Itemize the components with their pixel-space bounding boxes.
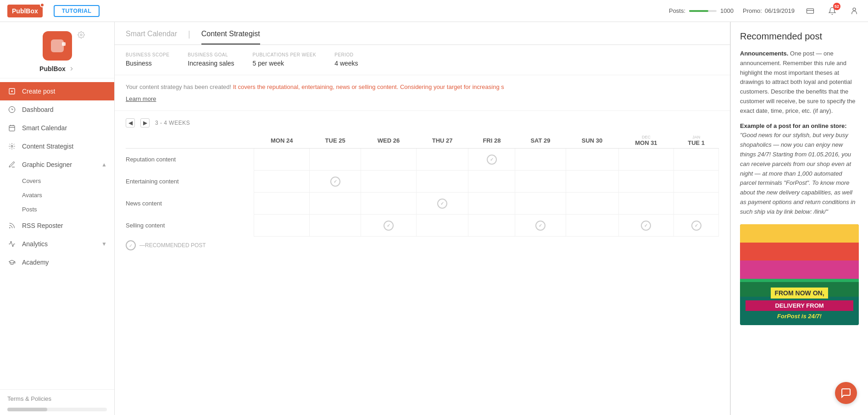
col-header-mon24: MON 24	[254, 133, 310, 149]
cell	[254, 193, 310, 215]
topbar: PublBox TUTORIAL Posts: 1000 Promo: 06/1…	[0, 0, 868, 22]
posts-label: Posts:	[669, 7, 685, 14]
recommended-post-icon[interactable]: ✓	[126, 240, 136, 250]
sidebar-item-label: Academy	[22, 259, 107, 266]
content-strategist-icon	[7, 142, 17, 151]
recommended-post-label: —RECOMMENDED POST	[139, 242, 206, 249]
col-header-fri28: FRI 28	[468, 133, 515, 149]
row-label-reputation: Reputation content	[126, 149, 254, 171]
user-icon[interactable]	[848, 5, 861, 17]
main-content: Smart Calendar | Content Strategist BUSI…	[115, 22, 868, 415]
card-icon[interactable]	[804, 5, 817, 17]
topbar-right: Posts: 1000 Promo: 06/19/2019 52	[669, 5, 861, 17]
tab-content-strategist[interactable]: Content Strategist	[201, 30, 260, 44]
sidebar-item-label: Analytics	[22, 240, 96, 248]
settings-icon[interactable]	[78, 31, 85, 40]
table-row: Selling content ✓ ✓ ✓ ✓	[126, 215, 719, 237]
sidebar-subitem-posts[interactable]: Posts	[0, 202, 114, 216]
business-goal-field: BUSINESS GOAL Increasing sales	[188, 52, 234, 67]
svg-point-2	[853, 8, 856, 11]
chat-bubble[interactable]	[835, 382, 857, 404]
row-label-selling: Selling content	[126, 215, 254, 237]
posts-info: Posts: 1000	[669, 7, 734, 14]
posts-value: 1000	[720, 7, 734, 14]
sidebar-subitem-covers[interactable]: Covers	[0, 174, 114, 188]
rec-image-overlay: FROM NOW ON, DELIVERY FROM ForPost is 24…	[740, 282, 859, 325]
avatar	[43, 31, 72, 61]
cell[interactable]: ✓	[416, 193, 468, 215]
business-scope-value: Business	[126, 60, 152, 67]
analytics-icon	[7, 239, 17, 249]
cell	[361, 149, 417, 171]
sidebar-scrollbar[interactable]	[7, 408, 107, 411]
sidebar: PublBox Create post	[0, 22, 115, 415]
publications-value: 5 per week	[253, 60, 284, 67]
posts-bar	[689, 10, 717, 12]
learn-more-link[interactable]: Learn more	[126, 94, 156, 104]
calendar-table: MON 24 TUE 25 WED 26 THU 27 FRI 28 SAT 2…	[126, 133, 719, 237]
cell	[618, 149, 674, 171]
content-tabs: Smart Calendar | Content Strategist	[115, 22, 730, 45]
strategy-banner: Your content strategy has been created! …	[115, 75, 730, 111]
cell	[566, 171, 618, 193]
cell	[674, 193, 719, 215]
overlay-line3: ForPost is 24/7!	[746, 313, 853, 320]
cell	[515, 171, 566, 193]
calendar-weeks-label: 3 - 4 WEEKS	[155, 120, 190, 126]
col-header-sun30: SUN 30	[566, 133, 618, 149]
col-header-jan1: JANTUE 1	[674, 133, 719, 149]
cell	[674, 171, 719, 193]
sidebar-item-label: Dashboard	[22, 106, 107, 113]
check-icon: ✓	[641, 221, 651, 231]
sidebar-subitem-avatars[interactable]: Avatars	[0, 188, 114, 202]
sidebar-item-rss-reposter[interactable]: RSS Reposter	[0, 216, 114, 235]
sidebar-profile: PublBox	[0, 22, 114, 78]
sidebar-item-graphic-designer[interactable]: Graphic Designer ▲	[0, 155, 114, 174]
sidebar-item-dashboard[interactable]: Dashboard	[0, 100, 114, 119]
terms-policies-link[interactable]: Terms & Policies	[7, 395, 51, 402]
cell	[618, 171, 674, 193]
rec-para2-bold: Example of a post for an online store:	[740, 122, 847, 129]
rec-para2-text: "Good news for our stylish, but very bus…	[740, 132, 856, 215]
sidebar-item-smart-calendar[interactable]: Smart Calendar	[0, 119, 114, 137]
sidebar-item-create-post[interactable]: Create post	[0, 82, 114, 100]
sidebar-item-academy[interactable]: Academy	[0, 253, 114, 271]
logo-dot	[40, 3, 45, 7]
cell	[254, 171, 310, 193]
strategy-info: BUSINESS SCOPE Business BUSINESS GOAL In…	[115, 45, 730, 75]
overlay-line1: FROM NOW ON,	[771, 288, 828, 299]
sidebar-item-label: Content Strategist	[22, 143, 107, 150]
calendar-next-button[interactable]: ▶	[140, 118, 150, 127]
rec-para1-bold: Announcements.	[740, 50, 788, 57]
col-header-tue25: TUE 25	[310, 133, 361, 149]
row-label-news: News content	[126, 193, 254, 215]
create-post-icon	[7, 87, 17, 96]
cell[interactable]: ✓	[468, 149, 515, 171]
tab-smart-calendar[interactable]: Smart Calendar	[126, 30, 177, 44]
cell[interactable]: ✓	[310, 171, 361, 193]
chevron-up-icon: ▲	[101, 161, 107, 168]
cell[interactable]: ✓	[674, 215, 719, 237]
recommended-post-row: ✓ —RECOMMENDED POST	[126, 237, 719, 254]
rec-para1-text: One post — one announcement. Remember th…	[740, 50, 855, 114]
table-row: Reputation content ✓	[126, 149, 719, 171]
notification-badge: 52	[833, 3, 840, 10]
check-icon: ✓	[691, 221, 701, 231]
chevron-down-icon: ▼	[101, 241, 107, 247]
svg-rect-0	[807, 8, 814, 13]
notification-icon[interactable]: 52	[826, 5, 839, 17]
profile-chevron-icon	[68, 66, 75, 72]
check-icon: ✓	[384, 221, 394, 231]
cell[interactable]: ✓	[618, 215, 674, 237]
chat-icon	[840, 387, 851, 398]
sidebar-item-analytics[interactable]: Analytics ▼	[0, 235, 114, 253]
calendar-prev-button[interactable]: ◀	[126, 118, 135, 127]
sidebar-item-content-strategist[interactable]: Content Strategist	[0, 137, 114, 155]
tutorial-button[interactable]: TUTORIAL	[54, 5, 100, 17]
cell[interactable]: ✓	[361, 215, 417, 237]
cell[interactable]: ✓	[515, 215, 566, 237]
publications-field: PUBLICATIONS PER WEEK 5 per week	[253, 52, 317, 67]
cell	[310, 149, 361, 171]
logo[interactable]: PublBox	[7, 5, 43, 17]
business-scope-field: BUSINESS SCOPE Business	[126, 52, 169, 67]
